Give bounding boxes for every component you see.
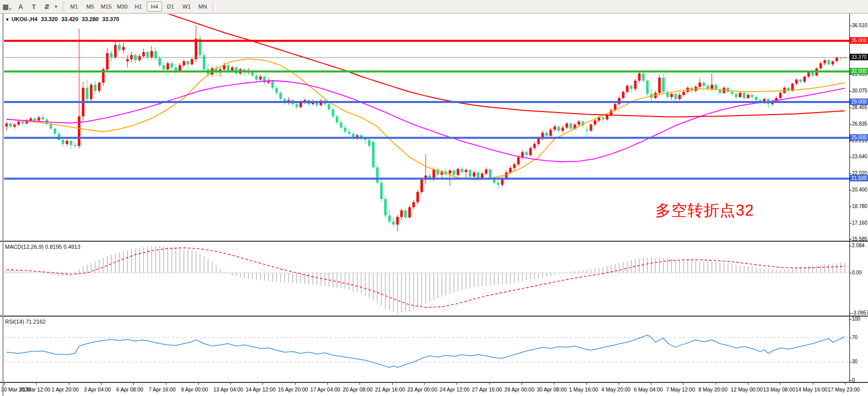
close-value: 33.370 — [102, 16, 119, 22]
rsi-tick-label: 70 — [852, 335, 857, 340]
price-tick — [849, 239, 851, 240]
candle-body — [227, 65, 229, 70]
time-label: 14 Apr 12:00 — [245, 386, 276, 392]
arrow-tools-button-icon: ⇵ — [44, 3, 50, 11]
candle-body — [537, 139, 540, 144]
snap-grid-button[interactable]: ▦F — [1, 1, 14, 12]
candle-body — [517, 157, 519, 164]
candle-body — [485, 169, 487, 173]
rsi-title: RSI(14) 71.2162 — [5, 319, 46, 325]
candle-body — [743, 93, 745, 98]
candle-body — [634, 80, 637, 88]
time-label: 30 Apr 08:00 — [537, 386, 567, 392]
macd-tick — [849, 246, 851, 246]
time-label: 7 Apr 16:00 — [149, 386, 176, 392]
candle-body — [90, 85, 93, 99]
symbol-dropdown-icon[interactable]: ▼ — [5, 17, 10, 22]
candle-body — [6, 124, 8, 127]
candle-body — [678, 95, 681, 99]
macd-tick — [849, 273, 851, 273]
candle-body — [545, 133, 548, 136]
candle-body — [106, 53, 109, 70]
time-tick — [845, 383, 845, 385]
candle-body — [344, 128, 346, 132]
price-tick — [849, 91, 851, 91]
candle-body — [465, 170, 467, 172]
time-tick — [295, 383, 296, 385]
candle-body — [404, 210, 407, 217]
candle-body — [670, 94, 673, 97]
timeframe-button-m30[interactable]: M30 — [115, 2, 130, 12]
time-tick — [133, 383, 134, 385]
arrow-tools-button[interactable]: ⇵ — [41, 1, 53, 12]
candle-body — [372, 142, 375, 167]
candle-body — [118, 45, 121, 50]
price-tick-label: 15.585 — [852, 236, 867, 242]
timeframe-button-m5[interactable]: M5 — [82, 2, 98, 12]
dropdown-caret-icon[interactable]: ▼ — [54, 5, 58, 9]
price-level-badge: 32.000 — [850, 68, 868, 74]
candle-body — [731, 92, 733, 94]
candle-body — [279, 93, 282, 99]
candle-body — [703, 83, 705, 86]
candle-body — [553, 127, 556, 130]
timeframe-button-d1[interactable]: D1 — [163, 2, 178, 12]
time-tick — [360, 383, 360, 385]
candle-body — [223, 65, 225, 69]
time-tick — [780, 383, 780, 385]
timeframe-button-m15[interactable]: M15 — [99, 2, 114, 12]
candle-body — [62, 140, 64, 144]
time-tick — [716, 383, 716, 385]
candle-body — [457, 169, 459, 175]
candle-body — [727, 88, 729, 92]
text-label-button[interactable]: A — [15, 1, 27, 12]
rsi-pane[interactable]: RSI(14) 71.2162 — [0, 317, 868, 382]
candle-body — [509, 168, 511, 172]
candle-body — [183, 61, 185, 65]
time-label: 7 May 12:00 — [666, 386, 695, 392]
candle-body — [380, 183, 383, 200]
toolbar-grip — [62, 2, 64, 12]
time-tick — [69, 383, 69, 385]
time-label: 20 Apr 08:00 — [342, 386, 373, 392]
timeframe-button-m1[interactable]: M1 — [66, 2, 81, 12]
time-label: 23 Apr 00:00 — [407, 386, 438, 392]
time-label: 1 Apr 20:00 — [52, 386, 79, 392]
candle-body — [336, 117, 338, 123]
candle-body — [86, 88, 89, 99]
candle-body — [255, 75, 257, 79]
candle-body — [10, 124, 12, 127]
candle-body — [231, 67, 233, 70]
candle-body — [561, 128, 564, 131]
candle-body — [811, 72, 814, 75]
time-label: 27 Apr 16:00 — [472, 386, 502, 392]
candle-body — [594, 121, 596, 125]
candle-body — [823, 60, 826, 63]
annotation-text[interactable]: 多空转折点32 — [655, 200, 754, 221]
timeframe-button-mn[interactable]: MN — [195, 2, 210, 12]
candle-body — [799, 79, 802, 81]
candle-body — [14, 125, 16, 127]
candle-body — [707, 86, 709, 89]
time-tick — [230, 383, 231, 385]
timeframe-button-w1[interactable]: W1 — [179, 2, 194, 12]
candle-body — [376, 167, 379, 182]
candle-body — [166, 63, 169, 69]
candle-body — [30, 119, 32, 121]
time-label: 1 May 16:00 — [569, 386, 598, 392]
candle-body — [328, 104, 330, 109]
macd-pane[interactable]: MACD(12,26,9) 0.8195 0.4913 — [0, 242, 868, 316]
time-label: 8 May 20:00 — [699, 386, 728, 392]
price-tick — [849, 157, 851, 157]
timeframe-button-h1[interactable]: H1 — [131, 2, 146, 12]
time-tick — [619, 383, 619, 385]
price-level-badge: 29.000 — [850, 98, 868, 105]
time-label: 21 Apr 16:00 — [375, 386, 405, 392]
candle-body — [400, 210, 403, 217]
rsi-value: 71.2162 — [26, 319, 46, 325]
candle-body — [682, 92, 685, 95]
time-label: 9 Apr 00:00 — [181, 386, 208, 392]
timeframe-button-h4[interactable]: H4 — [147, 2, 162, 12]
time-axis[interactable]: 30 Mar 202031 Mar 12:001 Apr 20:003 Apr … — [0, 383, 868, 396]
text-box-button[interactable]: T — [28, 1, 40, 12]
